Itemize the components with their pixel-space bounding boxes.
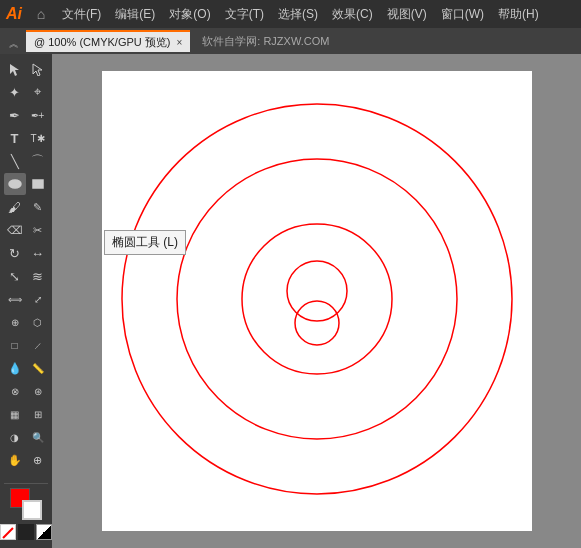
canvas[interactable] xyxy=(102,71,532,531)
lasso-tool[interactable]: ⌖ xyxy=(27,81,49,103)
gradient-swatch[interactable] xyxy=(36,524,52,540)
tool-row-11: ⟺ ⤢ xyxy=(4,288,49,310)
none-swatch[interactable] xyxy=(0,524,16,540)
menu-edit[interactable]: 编辑(E) xyxy=(109,4,161,25)
select-tool[interactable] xyxy=(4,58,26,80)
ellipse-tool[interactable] xyxy=(4,173,26,195)
menu-window[interactable]: 窗口(W) xyxy=(435,4,490,25)
collapse-panels-button[interactable]: 《 xyxy=(4,39,22,43)
tool-row-9: ↻ ↔ xyxy=(4,242,49,264)
ai-logo: Ai xyxy=(6,5,22,23)
tool-row-12: ⊕ ⬡ xyxy=(4,311,49,333)
scale-tool[interactable]: ⤡ xyxy=(4,265,26,287)
tool-row-2: ✦ ⌖ xyxy=(4,81,49,103)
menu-view[interactable]: 视图(V) xyxy=(381,4,433,25)
circles-svg xyxy=(102,71,532,531)
direct-select-tool[interactable] xyxy=(27,58,49,80)
scissors-tool[interactable]: ✂ xyxy=(27,219,49,241)
tool-row-13: □ ⟋ xyxy=(4,334,49,356)
add-anchor-tool[interactable]: ✒+ xyxy=(27,104,49,126)
svg-rect-1 xyxy=(33,180,43,188)
tool-row-18: ✋ ⊕ xyxy=(4,449,49,471)
fill-stroke-selector[interactable] xyxy=(10,488,42,520)
menu-bar: 文件(F) 编辑(E) 对象(O) 文字(T) 选择(S) 效果(C) 视图(V… xyxy=(56,4,575,25)
tab-label: @ 100% (CMYK/GPU 预览) xyxy=(34,35,170,50)
hand-tool[interactable]: ✋ xyxy=(4,449,26,471)
main-area: ✦ ⌖ ✒ ✒+ T T✱ ╲ ⌒ 🖌 ✎ ⌫ ✂ xyxy=(0,54,581,548)
magic-wand-tool[interactable]: ✦ xyxy=(4,81,26,103)
pen-tool[interactable]: ✒ xyxy=(4,104,26,126)
title-bar: Ai ⌂ 文件(F) 编辑(E) 对象(O) 文字(T) 选择(S) 效果(C)… xyxy=(0,0,581,28)
tool-row-14: 💧 📏 xyxy=(4,357,49,379)
shape-builder-tool[interactable]: ⊕ xyxy=(4,311,26,333)
zoom2-tool[interactable]: ⊕ xyxy=(27,449,49,471)
tool-row-1 xyxy=(4,58,49,80)
tool-row-6 xyxy=(4,173,49,195)
width-tool[interactable]: ⟺ xyxy=(4,288,26,310)
mesh-tool[interactable]: ⊞ xyxy=(27,403,49,425)
tool-row-3: ✒ ✒+ xyxy=(4,104,49,126)
brush-tool[interactable]: 🖌 xyxy=(4,196,26,218)
gradient-tool[interactable]: ◑ xyxy=(4,426,26,448)
reflect-tool[interactable]: ↔ xyxy=(27,242,49,264)
artboard-tool[interactable]: □ xyxy=(4,334,26,356)
svg-point-2 xyxy=(122,104,512,494)
tool-row-4: T T✱ xyxy=(4,127,49,149)
menu-help[interactable]: 帮助(H) xyxy=(492,4,545,25)
svg-point-5 xyxy=(287,261,347,321)
eraser-tool[interactable]: ⌫ xyxy=(4,219,26,241)
svg-point-0 xyxy=(9,180,21,188)
column-graph-tool[interactable]: ▦ xyxy=(4,403,26,425)
symbol-sprayer-tool[interactable]: ⊛ xyxy=(27,380,49,402)
menu-effect[interactable]: 效果(C) xyxy=(326,4,379,25)
menu-file[interactable]: 文件(F) xyxy=(56,4,107,25)
eyedropper-tool[interactable]: 💧 xyxy=(4,357,26,379)
svg-point-6 xyxy=(295,301,339,345)
tool-row-17: ◑ 🔍 xyxy=(4,426,49,448)
tab-close-button[interactable]: × xyxy=(176,37,182,48)
active-tab[interactable]: @ 100% (CMYK/GPU 预览) × xyxy=(26,30,190,52)
measure-tool[interactable]: 📏 xyxy=(27,357,49,379)
line-tool[interactable]: ╲ xyxy=(4,150,26,172)
menu-text[interactable]: 文字(T) xyxy=(219,4,270,25)
stroke-color-box[interactable] xyxy=(22,500,42,520)
tool-row-5: ╲ ⌒ xyxy=(4,150,49,172)
swatch-row xyxy=(0,524,52,540)
rect-tool[interactable] xyxy=(27,173,49,195)
rotate-tool[interactable]: ↻ xyxy=(4,242,26,264)
home-icon[interactable]: ⌂ xyxy=(32,5,50,23)
zoom-tool[interactable]: 🔍 xyxy=(27,426,49,448)
blob-brush-tool[interactable]: ✎ xyxy=(27,196,49,218)
tool-row-16: ▦ ⊞ xyxy=(4,403,49,425)
svg-point-3 xyxy=(177,159,457,439)
tool-row-8: ⌫ ✂ xyxy=(4,219,49,241)
tab-bar: 《 @ 100% (CMYK/GPU 预览) × 软件自学网: RJZXW.CO… xyxy=(0,28,581,54)
blend-tool[interactable]: ⊗ xyxy=(4,380,26,402)
canvas-area[interactable]: 椭圆工具 (L) xyxy=(52,54,581,548)
live-paint-tool[interactable]: ⬡ xyxy=(27,311,49,333)
tool-row-7: 🖌 ✎ xyxy=(4,196,49,218)
separator xyxy=(4,483,48,484)
arc-tool[interactable]: ⌒ xyxy=(27,150,49,172)
black-swatch[interactable] xyxy=(18,524,34,540)
warp-tool[interactable]: ≋ xyxy=(27,265,49,287)
slice-tool[interactable]: ⟋ xyxy=(27,334,49,356)
touch-type-tool[interactable]: T✱ xyxy=(27,127,49,149)
color-swatches xyxy=(0,481,52,544)
watermark-text: 软件自学网: RJZXW.COM xyxy=(202,34,329,49)
tool-row-10: ⤡ ≋ xyxy=(4,265,49,287)
svg-point-4 xyxy=(242,224,392,374)
free-transform-tool[interactable]: ⤢ xyxy=(27,288,49,310)
menu-object[interactable]: 对象(O) xyxy=(163,4,216,25)
menu-select[interactable]: 选择(S) xyxy=(272,4,324,25)
toolbar: ✦ ⌖ ✒ ✒+ T T✱ ╲ ⌒ 🖌 ✎ ⌫ ✂ xyxy=(0,54,52,548)
type-tool[interactable]: T xyxy=(4,127,26,149)
tool-row-15: ⊗ ⊛ xyxy=(4,380,49,402)
